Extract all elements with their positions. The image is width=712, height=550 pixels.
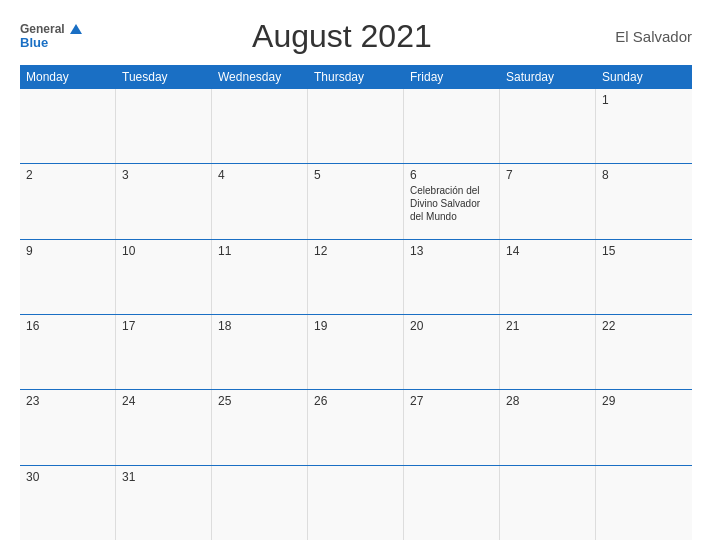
day-number: 6 xyxy=(410,168,493,182)
day-cell: 31 xyxy=(116,466,212,540)
day-cell: 30 xyxy=(20,466,116,540)
day-number: 9 xyxy=(26,244,109,258)
week-row: 23456Celebración del Divino Salvador del… xyxy=(20,164,692,239)
day-number: 19 xyxy=(314,319,397,333)
day-cell xyxy=(500,466,596,540)
day-number: 1 xyxy=(602,93,686,107)
day-cell: 22 xyxy=(596,315,692,389)
day-cell: 18 xyxy=(212,315,308,389)
week-row: 23242526272829 xyxy=(20,390,692,465)
day-cell: 4 xyxy=(212,164,308,238)
dow-cell: Tuesday xyxy=(116,65,212,89)
day-number: 17 xyxy=(122,319,205,333)
day-number: 28 xyxy=(506,394,589,408)
day-cell: 10 xyxy=(116,240,212,314)
logo: General Blue xyxy=(20,23,82,50)
event-label: Celebración del Divino Salvador del Mund… xyxy=(410,184,493,223)
dow-cell: Friday xyxy=(404,65,500,89)
week-row: 1 xyxy=(20,89,692,164)
week-row: 9101112131415 xyxy=(20,240,692,315)
day-number: 13 xyxy=(410,244,493,258)
day-cell: 20 xyxy=(404,315,500,389)
logo-blue-text: Blue xyxy=(20,35,48,50)
day-cell: 29 xyxy=(596,390,692,464)
day-cell: 13 xyxy=(404,240,500,314)
day-cell xyxy=(404,89,500,163)
dow-cell: Monday xyxy=(20,65,116,89)
day-cell: 23 xyxy=(20,390,116,464)
day-cell: 25 xyxy=(212,390,308,464)
day-cell: 19 xyxy=(308,315,404,389)
day-number: 20 xyxy=(410,319,493,333)
day-number: 7 xyxy=(506,168,589,182)
month-title: August 2021 xyxy=(82,18,602,55)
day-cell: 24 xyxy=(116,390,212,464)
week-row: 3031 xyxy=(20,466,692,540)
day-cell: 16 xyxy=(20,315,116,389)
day-number: 3 xyxy=(122,168,205,182)
day-cell: 28 xyxy=(500,390,596,464)
day-cell: 9 xyxy=(20,240,116,314)
day-number: 24 xyxy=(122,394,205,408)
day-number: 25 xyxy=(218,394,301,408)
week-row: 16171819202122 xyxy=(20,315,692,390)
calendar-page: General Blue August 2021 El Salvador Mon… xyxy=(0,0,712,550)
day-number: 16 xyxy=(26,319,109,333)
day-number: 18 xyxy=(218,319,301,333)
day-number: 26 xyxy=(314,394,397,408)
day-number: 29 xyxy=(602,394,686,408)
day-number: 15 xyxy=(602,244,686,258)
day-number: 2 xyxy=(26,168,109,182)
day-number: 30 xyxy=(26,470,109,484)
day-cell: 5 xyxy=(308,164,404,238)
day-number: 12 xyxy=(314,244,397,258)
day-cell: 12 xyxy=(308,240,404,314)
day-number: 5 xyxy=(314,168,397,182)
day-cell: 21 xyxy=(500,315,596,389)
day-cell: 8 xyxy=(596,164,692,238)
day-cell xyxy=(308,466,404,540)
day-cell xyxy=(212,466,308,540)
day-cell: 17 xyxy=(116,315,212,389)
day-cell: 2 xyxy=(20,164,116,238)
header: General Blue August 2021 El Salvador xyxy=(20,18,692,55)
day-cell: 6Celebración del Divino Salvador del Mun… xyxy=(404,164,500,238)
day-cell xyxy=(596,466,692,540)
weeks-container: 123456Celebración del Divino Salvador de… xyxy=(20,89,692,540)
day-number: 31 xyxy=(122,470,205,484)
day-number: 23 xyxy=(26,394,109,408)
day-cell: 27 xyxy=(404,390,500,464)
logo-triangle-icon xyxy=(70,24,82,34)
day-number: 8 xyxy=(602,168,686,182)
day-cell: 15 xyxy=(596,240,692,314)
day-cell xyxy=(212,89,308,163)
day-number: 27 xyxy=(410,394,493,408)
logo-general-text: General xyxy=(20,22,65,36)
days-of-week-header: MondayTuesdayWednesdayThursdayFridaySatu… xyxy=(20,65,692,89)
day-cell xyxy=(308,89,404,163)
day-cell: 14 xyxy=(500,240,596,314)
day-cell xyxy=(116,89,212,163)
day-number: 21 xyxy=(506,319,589,333)
day-cell: 26 xyxy=(308,390,404,464)
day-cell xyxy=(500,89,596,163)
day-cell: 11 xyxy=(212,240,308,314)
day-number: 14 xyxy=(506,244,589,258)
day-number: 4 xyxy=(218,168,301,182)
dow-cell: Wednesday xyxy=(212,65,308,89)
day-cell: 1 xyxy=(596,89,692,163)
day-cell: 3 xyxy=(116,164,212,238)
day-cell xyxy=(404,466,500,540)
dow-cell: Sunday xyxy=(596,65,692,89)
country-label: El Salvador xyxy=(602,28,692,45)
day-cell: 7 xyxy=(500,164,596,238)
day-number: 10 xyxy=(122,244,205,258)
dow-cell: Saturday xyxy=(500,65,596,89)
dow-cell: Thursday xyxy=(308,65,404,89)
day-cell xyxy=(20,89,116,163)
day-number: 11 xyxy=(218,244,301,258)
day-number: 22 xyxy=(602,319,686,333)
calendar: MondayTuesdayWednesdayThursdayFridaySatu… xyxy=(20,65,692,540)
